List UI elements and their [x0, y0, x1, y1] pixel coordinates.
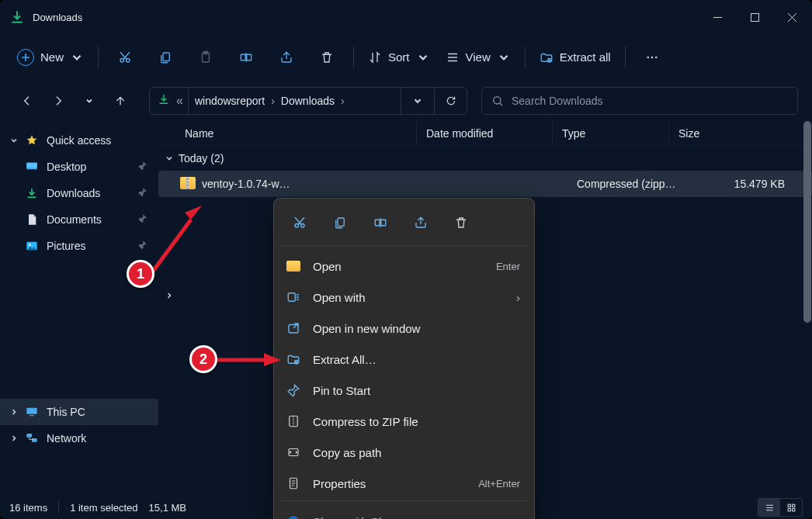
- sidebar-item-this-pc[interactable]: This PC: [0, 399, 158, 425]
- rename-button[interactable]: [227, 42, 265, 73]
- folder-icon: [285, 258, 302, 275]
- ctx-pin-to-start[interactable]: Pin to Start: [279, 375, 529, 406]
- address-history-button[interactable]: [401, 88, 434, 114]
- svg-point-12: [494, 97, 501, 104]
- cut-button[interactable]: [106, 42, 144, 73]
- open-with-icon: [285, 289, 302, 306]
- ctx-open-new-window[interactable]: Open in new window: [279, 313, 529, 344]
- downloads-icon: [25, 186, 39, 200]
- status-selected-count: 1 item selected: [70, 502, 137, 514]
- sidebar-item-label: Pictures: [47, 240, 86, 252]
- view-button[interactable]: View: [439, 42, 517, 73]
- ctx-open-with[interactable]: Open with ›: [279, 282, 529, 313]
- separator: [525, 47, 526, 68]
- copy-path-icon: [285, 444, 302, 461]
- up-button[interactable]: [107, 88, 134, 114]
- recent-locations-button[interactable]: [76, 88, 102, 114]
- sidebar-item-documents[interactable]: Documents: [0, 206, 158, 233]
- file-type: Compressed (zipp…: [567, 178, 684, 190]
- svg-rect-31: [289, 325, 298, 334]
- maximize-button[interactable]: [736, 0, 773, 34]
- svg-rect-17: [26, 408, 36, 414]
- column-header-size[interactable]: Size: [668, 121, 769, 145]
- address-bar-icon-segment[interactable]: «: [150, 88, 189, 114]
- file-row[interactable]: ventoy-1.0.74-w… Compressed (zipp… 15.47…: [158, 171, 812, 197]
- breadcrumb[interactable]: windowsreport › Downloads ›: [189, 95, 348, 107]
- svg-rect-29: [381, 220, 386, 226]
- search-input[interactable]: Search Downloads: [481, 87, 798, 115]
- sort-button[interactable]: Sort: [362, 42, 436, 73]
- callout-marker-1: 1: [127, 260, 154, 288]
- pin-icon: [137, 213, 147, 226]
- sidebar-item-label: Downloads: [47, 187, 100, 199]
- svg-point-11: [655, 56, 658, 58]
- search-icon: [491, 95, 504, 107]
- svg-rect-22: [792, 504, 794, 507]
- ctx-rename-button[interactable]: [367, 209, 394, 236]
- skype-icon: S: [285, 513, 302, 519]
- sidebar-item-network[interactable]: Network: [0, 425, 158, 452]
- ctx-delete-button[interactable]: [448, 209, 474, 236]
- sidebar-item-downloads[interactable]: Downloads: [0, 180, 158, 206]
- pin-icon: [137, 240, 147, 252]
- ctx-copy-as-path[interactable]: Copy as path: [279, 437, 529, 468]
- downloads-icon: [9, 9, 25, 25]
- copy-button[interactable]: [147, 42, 184, 73]
- sidebar-item-label: Network: [47, 432, 86, 445]
- sidebar-item-label: Documents: [47, 213, 102, 226]
- ctx-share-button[interactable]: [408, 209, 434, 236]
- pictures-icon: [25, 239, 39, 253]
- documents-icon: [25, 213, 39, 227]
- delete-button[interactable]: [308, 42, 345, 73]
- sidebar-item-desktop[interactable]: Desktop: [0, 154, 158, 180]
- svg-point-25: [295, 224, 299, 228]
- svg-rect-18: [29, 415, 33, 416]
- address-bar[interactable]: « windowsreport › Downloads ›: [149, 87, 467, 115]
- ctx-copy-button[interactable]: [327, 209, 353, 236]
- svg-point-2: [127, 58, 130, 62]
- scrollbar-thumb[interactable]: [803, 121, 811, 323]
- new-button[interactable]: New: [11, 42, 90, 73]
- breadcrumb-segment[interactable]: Downloads: [281, 95, 335, 107]
- svg-rect-27: [338, 218, 344, 227]
- ctx-share-skype[interactable]: S Share with Skype: [279, 506, 529, 519]
- separator: [353, 47, 354, 68]
- file-name: ventoy-1.0.74-w…: [202, 178, 432, 190]
- svg-rect-0: [751, 13, 758, 21]
- column-header-type[interactable]: Type: [552, 121, 668, 145]
- ctx-open[interactable]: Open Enter: [279, 251, 529, 282]
- vertical-scrollbar[interactable]: [803, 121, 812, 496]
- ctx-compress-zip[interactable]: Compress to ZIP file: [279, 406, 529, 437]
- column-header-name[interactable]: Name: [175, 121, 416, 145]
- minimize-button[interactable]: [699, 0, 736, 34]
- pin-icon: [137, 161, 147, 173]
- pc-icon: [25, 405, 39, 419]
- svg-rect-21: [788, 504, 790, 507]
- sidebar-item-label: Quick access: [47, 134, 111, 147]
- details-view-button[interactable]: [758, 499, 780, 516]
- paste-button[interactable]: [187, 42, 224, 73]
- svg-point-16: [29, 244, 31, 246]
- group-header-today[interactable]: Today (2): [158, 146, 812, 171]
- close-button[interactable]: [773, 0, 810, 34]
- ctx-cut-button[interactable]: [286, 209, 313, 236]
- zip-icon: [285, 413, 302, 430]
- sidebar-item-pictures[interactable]: Pictures: [0, 233, 158, 259]
- thumbnails-view-button[interactable]: [780, 499, 802, 516]
- downloads-icon: [158, 93, 170, 109]
- ctx-extract-all[interactable]: Extract All…: [279, 344, 529, 375]
- forward-button[interactable]: [45, 88, 71, 114]
- share-button[interactable]: [268, 42, 305, 73]
- column-header-date[interactable]: Date modified: [416, 121, 552, 145]
- sidebar-item-quick-access[interactable]: Quick access: [0, 127, 158, 154]
- extract-all-button[interactable]: Extract all: [533, 42, 617, 73]
- callout-arrow-2: [216, 349, 286, 375]
- refresh-button[interactable]: [434, 88, 467, 114]
- new-window-icon: [285, 320, 302, 337]
- breadcrumb-segment[interactable]: windowsreport: [195, 95, 265, 107]
- svg-rect-24: [792, 508, 794, 510]
- more-button[interactable]: [633, 42, 671, 73]
- back-button[interactable]: [14, 88, 40, 114]
- svg-point-10: [651, 56, 653, 58]
- ctx-properties[interactable]: Properties Alt+Enter: [279, 468, 529, 499]
